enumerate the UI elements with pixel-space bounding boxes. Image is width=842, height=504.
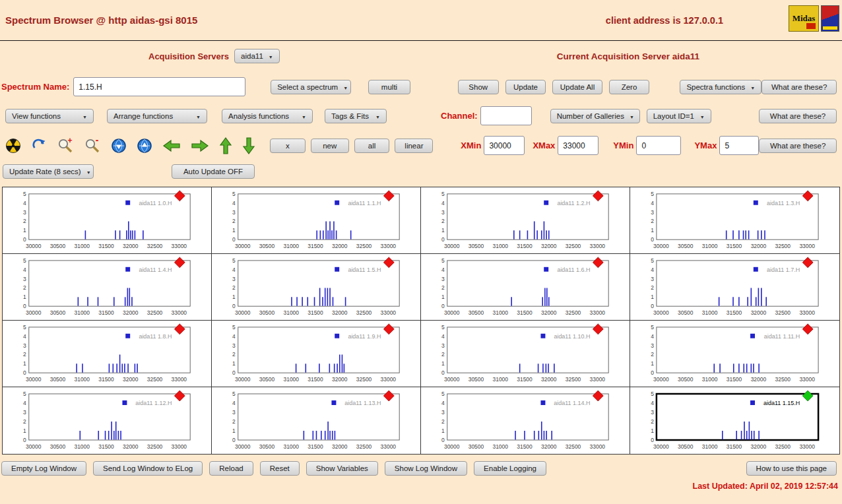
x-tick-label: 33000 [381,243,397,249]
ymin-input[interactable] [636,136,681,155]
spectrum-chart: 0123453000030500310003150032000325003300… [421,387,630,454]
globe-down-icon[interactable] [111,138,127,154]
y-tick-label: 1 [23,227,26,234]
show-button[interactable]: Show [458,80,499,94]
spectrum-cell[interactable]: 0123453000030500310003150032000325003300… [630,321,839,387]
tags-fits-dropdown[interactable]: Tags & Fits [325,109,387,123]
toolbar-icons: + - [5,137,255,155]
spectrum-cell[interactable]: 0123453000030500310003150032000325003300… [630,387,839,454]
globe-up-icon[interactable] [137,138,152,154]
y-tick-label: 2 [23,418,26,425]
x-tick-label: 30000 [653,376,669,383]
y-tick-label: 1 [441,227,445,234]
spectrum-cell[interactable]: 0123453000030500310003150032000325003300… [3,254,212,321]
x-tick-label: 31500 [98,243,114,249]
show-variables-button[interactable]: Show Variables [306,461,378,476]
zero-button[interactable]: Zero [609,80,650,94]
spectrum-cell[interactable]: 0123453000030500310003150032000325003300… [212,187,421,254]
facility-logo[interactable] [821,5,839,32]
legend-swatch [331,400,336,405]
all-button[interactable]: all [354,139,390,153]
spectrum-cell[interactable]: 0123453000030500310003150032000325003300… [421,387,630,454]
x-tick-label: 31000 [702,376,718,383]
xmax-input[interactable] [558,136,599,155]
refresh-icon[interactable] [31,138,47,154]
analysis-functions-dropdown[interactable]: Analysis functions [222,109,313,123]
update-rate-dropdown[interactable]: Update Rate (8 secs) [3,164,94,179]
spectrum-cell[interactable]: 0123453000030500310003150032000325003300… [630,254,839,321]
empty-log-window-button[interactable]: Empty Log Window [1,461,86,476]
tags-fits-label: Tags & Fits [331,112,369,120]
status-diamond [383,191,394,201]
update-all-button[interactable]: Update All [552,80,602,94]
spectrum-cell[interactable]: 0123453000030500310003150032000325003300… [421,187,630,254]
svg-text:+: + [67,137,72,145]
x-tick-label: 32000 [541,243,557,249]
how-to-use-this-page-button[interactable]: How to use this page [746,461,837,476]
arrange-functions-dropdown[interactable]: Arrange functions [107,109,207,123]
arrow-right-icon[interactable] [191,139,209,152]
spectrum-name-input[interactable] [73,77,245,96]
x-tick-label: 32000 [332,243,348,249]
ymax-input[interactable] [719,136,759,155]
what-are-these-button-2[interactable]: What are these? [759,109,837,123]
radiation-icon[interactable] [5,138,21,154]
arrow-down-icon[interactable] [242,137,255,155]
spectrum-cell[interactable]: 0123453000030500310003150032000325003300… [421,321,630,387]
legend-label: aida11 1.12.H [135,400,172,406]
view-functions-dropdown[interactable]: View functions [5,109,94,123]
y-tick-label: 1 [232,360,236,367]
y-tick-label: 4 [651,333,654,340]
zoom-in-icon[interactable]: + [57,137,74,154]
y-tick-label: 1 [232,227,236,234]
x-button[interactable]: x [270,139,306,153]
spectrum-cell[interactable]: 0123453000030500310003150032000325003300… [421,254,630,321]
y-tick-label: 2 [23,351,26,358]
xmin-input[interactable] [484,136,525,155]
spectrum-cell[interactable]: 0123453000030500310003150032000325003300… [630,187,839,254]
zoom-out-icon[interactable]: - [84,137,101,154]
number-of-galleries-dropdown[interactable]: Number of Galleries [550,109,640,123]
new-button[interactable]: new [311,139,349,153]
x-tick-label: 32500 [566,309,581,316]
y-tick-label: 1 [441,427,445,434]
multi-button[interactable]: multi [368,80,410,94]
spectrum-cell[interactable]: 0123453000030500310003150032000325003300… [3,387,212,454]
midas-logo[interactable]: Midas [789,5,819,32]
x-tick-label: 30500 [50,309,66,316]
what-are-these-button-3[interactable]: What are these? [759,139,837,153]
acquisition-server-dropdown[interactable]: aida11 [234,49,280,63]
auto-update-button[interactable]: Auto Update OFF [172,164,255,179]
spectrum-cell[interactable]: 0123453000030500310003150032000325003300… [212,254,421,321]
show-log-window-button[interactable]: Show Log Window [385,461,467,476]
enable-logging-button[interactable]: Enable Logging [474,461,546,476]
x-tick-label: 31000 [75,376,90,383]
x-tick-label: 30500 [259,376,275,383]
y-tick-label: 3 [651,209,654,216]
spectrum-cell[interactable]: 0123453000030500310003150032000325003300… [212,321,421,387]
reset-button[interactable]: Reset [260,461,300,476]
spectra-functions-dropdown[interactable]: Spectra functions [680,80,761,94]
x-tick-label: 33000 [590,443,606,450]
layout-id-dropdown[interactable]: Layout ID=1 [647,109,711,123]
spectrum-cell[interactable]: 0123453000030500310003150032000325003300… [3,187,212,254]
x-tick-label: 33000 [590,376,606,383]
spectrum-cell[interactable]: 0123453000030500310003150032000325003300… [3,321,212,387]
y-tick-label: 5 [232,324,236,331]
arrow-left-icon[interactable] [162,139,181,152]
spectrum-cell[interactable]: 0123453000030500310003150032000325003300… [212,387,421,454]
x-tick-label: 32000 [123,243,139,249]
what-are-these-button-1[interactable]: What are these? [761,80,837,94]
reload-button[interactable]: Reload [209,461,253,476]
chevron-down-icon [82,112,87,120]
linear-button[interactable]: linear [395,139,433,153]
arrow-up-icon[interactable] [219,137,232,155]
channel-input[interactable] [480,106,532,125]
y-tick-label: 0 [232,303,236,309]
select-spectrum-label: Select a spectrum [277,83,338,91]
x-tick-label: 32500 [356,376,372,383]
send-log-window-to-elog-button[interactable]: Send Log Window to ELog [93,461,203,476]
update-button[interactable]: Update [505,80,546,94]
select-spectrum-dropdown[interactable]: Select a spectrum [271,80,351,94]
y-tick-label: 5 [651,391,654,397]
